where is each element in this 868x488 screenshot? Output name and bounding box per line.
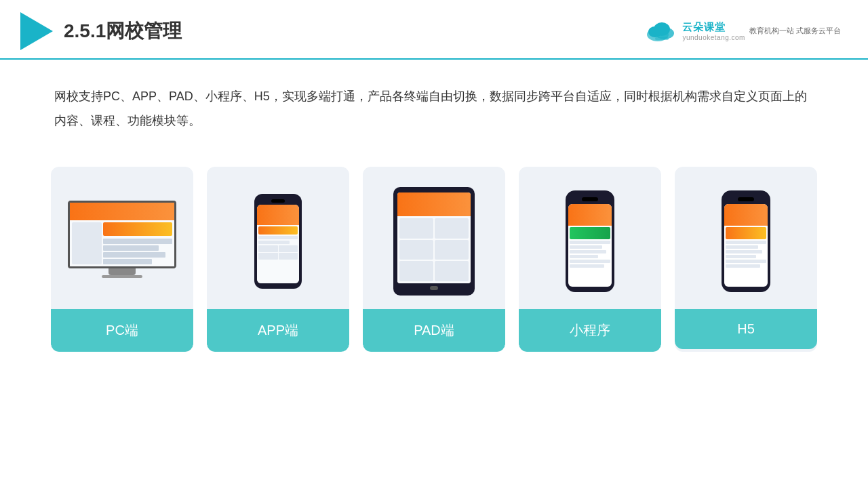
card-h5-label: H5 [675, 309, 817, 349]
card-pad-label: PAD端 [363, 309, 505, 352]
card-pad: PAD端 [363, 167, 505, 352]
card-app: APP端 [207, 167, 349, 352]
card-h5-image [675, 167, 817, 309]
brand-slogan: 教育机构一站 式服务云平台 [749, 26, 841, 36]
card-h5: H5 [675, 167, 817, 352]
monitor-screen [68, 201, 176, 268]
app-phone [254, 194, 302, 289]
cloud-icon [643, 18, 678, 44]
h5-phone [722, 190, 770, 292]
pc-monitor [68, 201, 176, 282]
header-right: 云朵课堂 yunduoketang.com 教育机构一站 式服务云平台 [643, 18, 841, 44]
brand-name: 云朵课堂 [682, 21, 726, 34]
svg-rect-4 [655, 37, 669, 40]
logo-triangle [20, 12, 53, 50]
card-app-label: APP端 [207, 309, 349, 352]
pad-tablet [393, 187, 475, 296]
brand-logo: 云朵课堂 yunduoketang.com 教育机构一站 式服务云平台 [643, 18, 841, 44]
page-title: 2.5.1网校管理 [64, 18, 182, 44]
card-pc-image [51, 167, 193, 309]
card-mini: 小程序 [519, 167, 661, 352]
card-mini-label: 小程序 [519, 309, 661, 352]
card-pc-label: PC端 [51, 309, 193, 352]
svg-point-3 [654, 22, 670, 36]
card-pc: PC端 [51, 167, 193, 352]
description-text: 网校支持PC、APP、PAD、小程序、H5，实现多端打通，产品各终端自由切换，数… [0, 60, 868, 146]
header-left: 2.5.1网校管理 [20, 12, 182, 50]
description-paragraph: 网校支持PC、APP、PAD、小程序、H5，实现多端打通，产品各终端自由切换，数… [54, 84, 814, 133]
brand-text: 云朵课堂 yunduoketang.com [682, 21, 745, 41]
page-header: 2.5.1网校管理 云朵课堂 yunduoketang.com 教育机构一站 式… [0, 0, 868, 60]
mini-phone [566, 190, 614, 292]
card-app-image [207, 167, 349, 309]
brand-url: yunduoketang.com [682, 34, 745, 41]
card-pad-image [363, 167, 505, 309]
cards-container: PC端 [0, 153, 868, 365]
card-mini-image [519, 167, 661, 309]
